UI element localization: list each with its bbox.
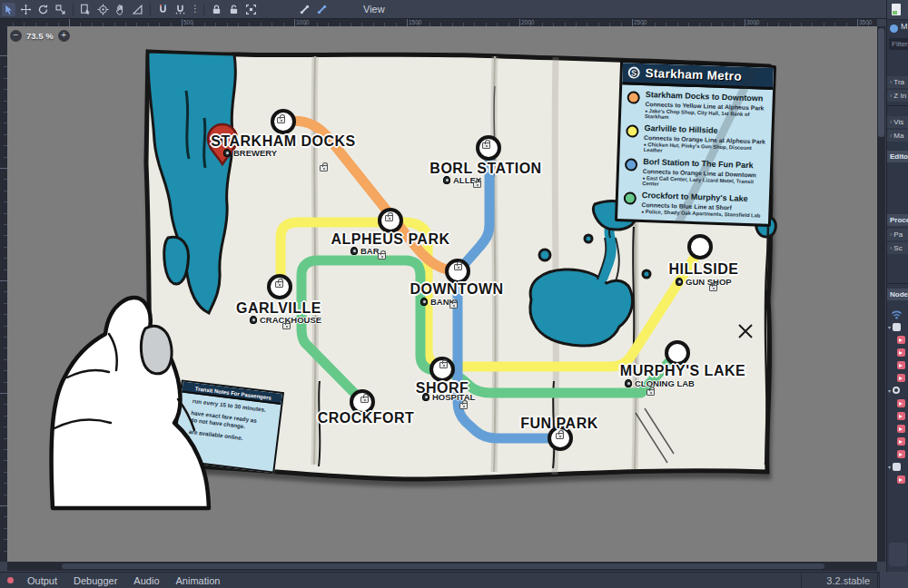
tab-output[interactable]: Output: [19, 575, 65, 586]
poi-icon: [625, 379, 632, 387]
signals-icon: [891, 307, 903, 323]
pan-tool-icon[interactable]: [114, 3, 127, 16]
pivot-tool-icon[interactable]: [96, 3, 110, 16]
node2d-icon: [890, 24, 898, 33]
lock-icon: [482, 142, 490, 149]
dock-toolbar: [887, 0, 908, 20]
tab-animation[interactable]: Animation: [168, 575, 229, 586]
inspector-section-visibility[interactable]: ›Vis: [887, 116, 908, 128]
snap-options-menu-icon[interactable]: ⋮: [191, 3, 198, 16]
canvas-toolbar: ⋮ View: [0, 0, 886, 19]
viewport-vertical-scrollbar[interactable]: [877, 26, 885, 562]
yellow-line-dot: [626, 124, 638, 137]
zoom-level: 73.5 %: [26, 31, 54, 41]
signal-connection-item[interactable]: [897, 399, 905, 407]
water-dot: [539, 250, 550, 260]
station-label-downtown: DOWNTOWN: [410, 281, 503, 298]
inspector-section-script[interactable]: ›Sc: [887, 242, 908, 254]
skeleton-options-icon[interactable]: [315, 3, 329, 16]
viewport-horizontal-scrollbar[interactable]: [7, 562, 877, 571]
toolbar-separator: [73, 4, 74, 15]
signal-connection-item[interactable]: [897, 450, 905, 458]
connected-signal-icon: [897, 450, 905, 458]
poi-icon: [443, 176, 450, 184]
signal-connection-item[interactable]: [897, 412, 905, 420]
inspector-section-zindex[interactable]: ›Z In: [887, 90, 908, 102]
connected-signal-icon: [897, 399, 905, 407]
signal-connection-item[interactable]: [897, 348, 905, 357]
water-pond: [164, 237, 189, 284]
inspector-category-process[interactable]: Proce: [887, 214, 908, 226]
zoom-out-button[interactable]: −: [10, 30, 22, 42]
metro-logo: S: [627, 66, 639, 78]
poi-icon: [223, 149, 231, 157]
smart-snap-icon[interactable]: [156, 3, 170, 16]
connected-signal-icon: [897, 475, 905, 484]
signal-connection-item[interactable]: [897, 336, 905, 344]
signal-tree-item[interactable]: ▾: [888, 387, 900, 394]
select-tool-icon[interactable]: [2, 3, 15, 16]
lock-icon: [439, 362, 448, 368]
lock-icon: [709, 285, 717, 291]
output-activity-dot: [7, 577, 14, 583]
signal-connection-item[interactable]: [897, 374, 905, 382]
scale-tool-icon[interactable]: [54, 3, 67, 16]
rotate-tool-icon[interactable]: [36, 3, 50, 16]
inspector-section-pause[interactable]: ›Pa: [887, 229, 908, 240]
connected-signal-icon: [897, 425, 905, 433]
toolbar-separator: [150, 4, 151, 15]
legend-entry-yellow: Garlville to Hillside Connects to Orange…: [626, 122, 766, 156]
poi-label-gun-shop: GUN SHOP: [676, 277, 732, 287]
connected-signal-icon: [897, 374, 905, 382]
ruler-tool-icon[interactable]: [131, 3, 144, 16]
poi-label-brewery: BREWERY: [223, 148, 277, 158]
signal-connection-item[interactable]: [897, 425, 905, 433]
station-node-murphys-lake: [666, 342, 688, 364]
tab-audio[interactable]: Audio: [125, 575, 167, 586]
list-select-tool-icon[interactable]: [79, 3, 93, 16]
blue-line-dot: [625, 158, 637, 171]
station-label-crockfort: CROCKFORT: [318, 410, 415, 426]
zoom-controls: − 73.5 % +: [10, 30, 70, 42]
grid-snap-icon[interactable]: [173, 3, 187, 16]
signal-connection-item[interactable]: [897, 437, 905, 446]
signal-connection-item[interactable]: [897, 475, 905, 484]
poi-icon: [250, 316, 257, 324]
dock-bottom-panel: [889, 543, 907, 566]
lock-object-icon[interactable]: [210, 3, 223, 16]
lock-icon: [646, 389, 655, 396]
poi-label-hospital: HOSPITAL: [422, 392, 475, 402]
poi-icon: [420, 298, 428, 306]
station-node-hillside: [689, 236, 711, 258]
connected-signal-icon: [897, 336, 905, 344]
canvas-viewport[interactable]: STARKHAM DOCKS BORL STATION ALPHEUS PARK…: [7, 26, 877, 562]
poi-icon: [350, 247, 358, 255]
signal-tree-item[interactable]: ▾: [888, 463, 901, 471]
inspector-section-material[interactable]: ›Ma: [887, 130, 908, 142]
signal-tree-item[interactable]: ▾: [888, 323, 901, 331]
view-menu[interactable]: View: [356, 2, 392, 16]
connected-signal-icon: [897, 348, 905, 357]
inspector-filter-input[interactable]: Filter: [889, 38, 908, 50]
lock-icon: [320, 165, 328, 172]
signal-connection-item[interactable]: [897, 361, 905, 369]
move-tool-icon[interactable]: [19, 3, 33, 16]
water-dot: [585, 235, 592, 242]
lock-icon: [277, 117, 285, 123]
zoom-in-button[interactable]: +: [58, 30, 70, 42]
inspector-category-editor[interactable]: Editor: [887, 151, 908, 162]
lock-icon: [385, 215, 393, 221]
group-object-icon[interactable]: [244, 3, 258, 16]
station-label-murphys-lake: MURPHY'S LAKE: [620, 363, 745, 379]
water-dot: [643, 270, 650, 278]
connected-signal-icon: [897, 437, 905, 446]
tab-debugger[interactable]: Debugger: [65, 575, 125, 586]
unlock-object-icon[interactable]: [227, 3, 241, 16]
lock-icon: [449, 302, 458, 309]
node-dock-tab[interactable]: Node: [887, 289, 908, 300]
script-icon: [892, 4, 901, 15]
poi-label-cloning-lab: CLONING LAB: [625, 378, 695, 388]
inspector-section-transform[interactable]: ›Tra: [887, 76, 908, 88]
skeleton-icon[interactable]: [298, 3, 311, 16]
lock-icon: [282, 323, 291, 329]
